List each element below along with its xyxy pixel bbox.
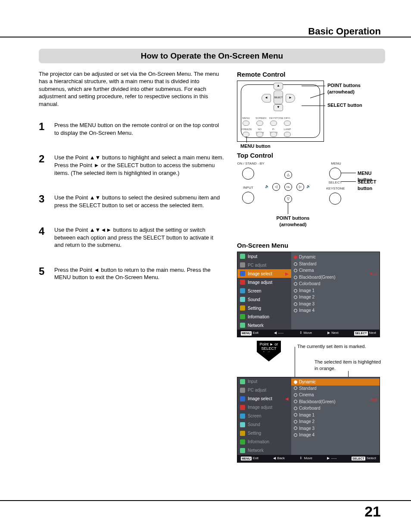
- remote-row-1: MENUSCREENKEYSTONEINFO.: [242, 116, 292, 120]
- step-3: 3 Use the Point ▲▼ buttons to select the…: [39, 192, 224, 209]
- top-control-heading: Top Control: [237, 151, 385, 160]
- red-label: Red: [370, 272, 377, 277]
- osd-menu-2: Input PC adjust Image select◀ Image adju…: [237, 377, 380, 463]
- step-number: 4: [39, 224, 48, 249]
- point-up-icon: ▲: [274, 83, 283, 90]
- remote-heading: Remote Control: [237, 70, 385, 79]
- osd-nav-bar-2: MENUExit ◀ Back ⇕ Move ▶ ----- SELECTSel…: [237, 455, 380, 462]
- arrow-down-icon: Point ► or SELECT button: [254, 341, 283, 361]
- page-title: How to Operate the On-Screen Menu: [39, 49, 385, 63]
- remote-diagram: ▲ ▼ ◄ ► SELECT MENUSCREENKEYSTONEINFO. F…: [237, 81, 324, 142]
- label-select: SELECT button: [327, 102, 362, 109]
- label-point: POINT buttons (arrowhead): [327, 82, 383, 95]
- top-control-diagram: ON / STAND - BY INPUT △ ◁ OL ▷ ▽ 🔈 🔊 MEN…: [237, 162, 385, 228]
- step-4: 4 Use the Point ▲▼◄► buttons to adjust t…: [39, 224, 224, 249]
- label-point-buttons: POINT buttons (arrowhead): [267, 215, 319, 228]
- page-number: 21: [364, 502, 381, 522]
- step-text: Press the Point ◄ button to return to th…: [54, 264, 224, 281]
- breadcrumb: Basic Operation: [308, 25, 381, 38]
- step-text: Use the Point ▲▼ buttons to select the d…: [54, 192, 224, 209]
- select-button-icon: SELECT: [274, 90, 283, 104]
- step-number: 5: [39, 264, 48, 281]
- divider-bottom: [0, 500, 411, 501]
- label-menu: MENU button: [240, 143, 271, 149]
- step-number: 3: [39, 192, 48, 209]
- callout-selected: The selected item is highlighted in oran…: [314, 359, 383, 372]
- step-number: 1: [39, 120, 48, 137]
- point-down-icon: ▼: [274, 104, 283, 111]
- step-2: 2 Use the Point ▲▼ buttons to highlight …: [39, 152, 224, 177]
- label-select-button: SELECT button: [358, 179, 385, 192]
- step-5: 5 Press the Point ◄ button to return to …: [39, 264, 224, 281]
- step-text: Press the MENU button on the remote cont…: [54, 120, 224, 137]
- step-text: Use the Point ▲▼◄► buttons to adjust the…: [54, 224, 224, 249]
- point-left-icon: ◄: [262, 94, 271, 103]
- step-text: Use the Point ▲▼ buttons to highlight an…: [54, 152, 224, 177]
- callout-marked: The currently set item is marked.: [297, 343, 371, 350]
- step-number: 2: [39, 152, 48, 177]
- dpad: ▲ ▼ ◄ ► SELECT: [259, 83, 297, 113]
- red-label: Red: [370, 397, 377, 402]
- osd-heading: On-Screen Menu: [237, 241, 385, 250]
- osd-menu-1: Input PC adjust Image select▶ Image adju…: [237, 252, 380, 337]
- divider-top: [0, 37, 411, 37]
- step-1: 1 Press the MENU button on the remote co…: [39, 120, 224, 137]
- osd-nav-bar-1: MENUExit ◀ ----- ⇕ Move ▶ Next SELECTNex…: [237, 330, 380, 337]
- intro-paragraph: The projector can be adjusted or set via…: [39, 70, 224, 108]
- point-right-icon: ►: [286, 94, 295, 103]
